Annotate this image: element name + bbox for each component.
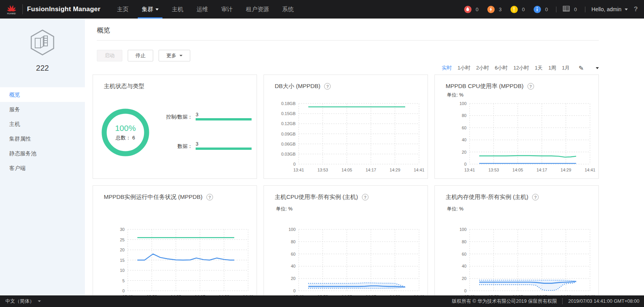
page-title: 概览	[85, 19, 644, 35]
nav-tab-3[interactable]: 运维	[190, 0, 215, 19]
alarm-count: 0	[476, 7, 480, 12]
time-range-4[interactable]: 12小时	[513, 64, 529, 71]
help-icon[interactable]: ?	[206, 194, 213, 200]
svg-text:14:41: 14:41	[414, 168, 424, 172]
nav-tab-6[interactable]: 系统	[276, 0, 300, 19]
logo-divider	[22, 4, 23, 14]
time-range-7[interactable]: 1月	[562, 64, 570, 71]
card-host-status: 主机状态与类型 100% 总数： 6 控制/数据：3数据：3	[93, 75, 257, 179]
time-range-2[interactable]: 2小时	[476, 64, 489, 71]
nav-tab-5[interactable]: 租户资源	[239, 0, 276, 19]
task-list-icon	[563, 5, 570, 14]
sidebar: 222 概览服务主机集群属性静态服务池客户端	[0, 19, 85, 295]
nav-tab-label: 主页	[117, 6, 128, 13]
more-button[interactable]: 更多	[159, 50, 190, 61]
chevron-down-icon	[179, 55, 183, 56]
host-type-bar	[196, 148, 252, 150]
user-menu[interactable]: Hello, admin	[592, 6, 628, 12]
alarm-count: 0	[545, 7, 550, 12]
nav-tab-1[interactable]: 集群	[135, 0, 165, 19]
edit-pencil-icon[interactable]: ✎	[579, 64, 584, 72]
nav-tab-label: 审计	[221, 6, 233, 13]
time-range-3[interactable]: 6小时	[495, 64, 507, 71]
host-type-valbar: 3	[196, 112, 252, 120]
host-type-bar	[196, 118, 252, 120]
alarm-info[interactable]: 0	[534, 6, 550, 13]
svg-text:40: 40	[462, 264, 467, 268]
help-icon[interactable]: ?	[634, 5, 638, 13]
card-title-text: 主机内存使用率-所有实例 (主机)	[446, 193, 528, 201]
sidebar-item-4[interactable]: 静态服务池	[0, 146, 85, 161]
healthy-percent: 100%	[115, 124, 136, 133]
sidebar-item-5[interactable]: 客户端	[0, 161, 85, 175]
start-button[interactable]: 启动	[97, 50, 122, 61]
svg-text:14:29: 14:29	[390, 168, 401, 172]
svg-text:100: 100	[289, 227, 296, 232]
svg-text:80: 80	[462, 239, 467, 244]
svg-text:10: 10	[120, 268, 125, 273]
exclaim-icon	[510, 6, 518, 13]
main-content: 概览 启动 停止 更多 实时1小时2小时6小时12小时1天1周1月 ✎ 主机状态…	[85, 19, 644, 295]
help-icon[interactable]: ?	[362, 194, 368, 200]
sidebar-item-1[interactable]: 服务	[0, 102, 85, 117]
card-mppdb-tasks: MPPDB实例运行中任务状况 (MPPDB) ? 30252015105013:…	[93, 185, 257, 295]
svg-text:100: 100	[460, 101, 467, 106]
svg-text:0.18GB: 0.18GB	[281, 101, 296, 106]
nav-tab-4[interactable]: 审计	[215, 0, 239, 19]
svg-text:40: 40	[291, 264, 296, 268]
line-chart-canvas: 10080604020013:4113:5314:0514:1714:2914:…	[435, 100, 599, 178]
card-title: 主机CPU使用率-所有实例 (主机) ?	[264, 186, 428, 201]
nav-tab-0[interactable]: 主页	[110, 0, 135, 19]
footer-right: 版权所有 © 华为技术有限公司2019 保留所有权限 2019/07/03 14…	[452, 298, 639, 305]
svg-text:20: 20	[120, 248, 125, 252]
time-range-5[interactable]: 1天	[535, 64, 543, 71]
task-count: 0	[574, 7, 579, 12]
alarm-major[interactable]: 3	[487, 6, 504, 13]
sidebar-item-2[interactable]: 主机	[0, 117, 85, 131]
host-type-row-0: 控制/数据：3	[157, 112, 252, 120]
svg-text:60: 60	[462, 252, 467, 256]
chevron-down-icon[interactable]	[596, 67, 599, 69]
sidebar-item-3[interactable]: 集群属性	[0, 131, 85, 146]
card-title: MPPDB CPU使用率 (MPPDB) ?	[435, 75, 598, 90]
card-mppdb-cpu: MPPDB CPU使用率 (MPPDB) ? 单位: % 10080604020…	[434, 75, 599, 179]
more-button-label: 更多	[166, 52, 176, 59]
user-greeting: Hello, admin	[592, 6, 622, 12]
language-selector[interactable]: 中文（简体）	[5, 298, 41, 305]
chevron-down-icon	[625, 8, 628, 10]
time-range-6[interactable]: 1周	[548, 64, 556, 71]
time-range-1[interactable]: 1小时	[458, 64, 470, 71]
nav-menu: 主页集群主机运维审计租户资源系统	[110, 0, 300, 19]
title-divider	[97, 40, 599, 41]
card-title-text: MPPDB CPU使用率 (MPPDB)	[446, 83, 524, 90]
nav-tab-2[interactable]: 主机	[165, 0, 190, 19]
svg-text:0.15GB: 0.15GB	[281, 111, 296, 116]
help-icon[interactable]: ?	[532, 194, 539, 200]
help-icon[interactable]: ?	[527, 83, 534, 90]
chart-unit-label: 单位: %	[447, 92, 463, 98]
svg-text:80: 80	[462, 113, 467, 118]
svg-text:13:41: 13:41	[464, 168, 475, 172]
line-chart-canvas: 30252015105013:4113:5314:0514:1714:2914:…	[93, 226, 257, 295]
card-title: 主机状态与类型	[93, 75, 257, 90]
host-type-valbar: 3	[196, 141, 252, 150]
cluster-name: 222	[0, 64, 85, 73]
alarm-critical[interactable]: 0	[464, 6, 480, 13]
svg-text:13:53: 13:53	[318, 168, 328, 172]
language-label: 中文（简体）	[5, 298, 34, 305]
stop-button[interactable]: 停止	[128, 50, 153, 61]
help-icon[interactable]: ?	[324, 83, 331, 90]
time-range-0[interactable]: 实时	[442, 64, 452, 71]
svg-text:25: 25	[120, 237, 125, 242]
card-db-size: DB大小 (MPPDB) ? 0.18GB0.15GB0.12GB0.09GB0…	[264, 75, 428, 179]
task-list-button[interactable]: 0	[563, 5, 579, 14]
time-range-items: 实时1小时2小时6小时12小时1天1周1月	[442, 64, 570, 71]
svg-text:14:41: 14:41	[585, 168, 595, 172]
alarm-minor[interactable]: 0	[510, 6, 527, 13]
chart-unit-label: 单位: %	[447, 206, 463, 212]
svg-text:100: 100	[460, 227, 467, 232]
cluster-block: 222	[0, 19, 85, 73]
svg-text:0: 0	[464, 162, 467, 166]
sidebar-item-0[interactable]: 概览	[0, 87, 85, 102]
footer: 中文（简体） 版权所有 © 华为技术有限公司2019 保留所有权限 2019/0…	[0, 295, 644, 307]
